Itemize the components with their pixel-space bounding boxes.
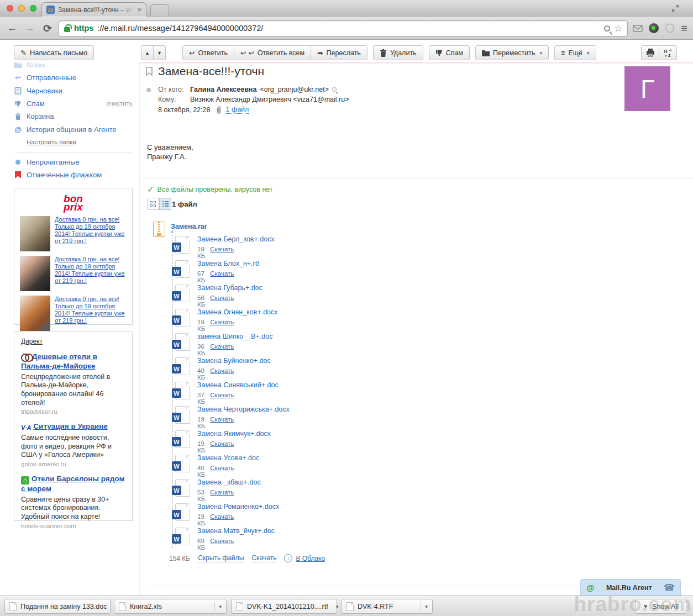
file-name-link[interactable]: Замена Губарь+.doc (197, 284, 262, 292)
download-link[interactable]: Скачать (210, 270, 234, 283)
bookmark-star-icon[interactable]: ☆ (614, 24, 622, 33)
hide-files-link[interactable]: Скрыть файлы (198, 554, 244, 562)
direct-ad-item[interactable]: Дешевые отели в Пальма-де-Майорке Спецпр… (21, 352, 125, 415)
ad-photo[interactable] (20, 216, 50, 251)
bonprix-ad-item[interactable]: Доставка 0 грн. на все! Только до 19 окт… (20, 296, 127, 331)
grid-view-button[interactable] (147, 198, 159, 210)
ad-photo[interactable] (20, 256, 50, 291)
close-tab-icon[interactable]: × (137, 6, 141, 14)
file-name-link[interactable]: Замена Берл_зов+.docx (197, 235, 275, 243)
phone-icon[interactable]: ☎ (664, 582, 675, 593)
compose-button[interactable]: ✎ Написать письмо (14, 45, 94, 60)
move-button[interactable]: Переместить ▾ (475, 45, 549, 60)
file-name-link[interactable]: Замена Блох_н+.rtf (197, 260, 259, 267)
sidebar-item-agent-history[interactable]: @ История общения в Агенте (14, 123, 133, 135)
sidebar-item-unread[interactable]: Непрочитанные (14, 156, 133, 169)
next-message-button[interactable]: ▼ (153, 45, 166, 60)
download-link[interactable]: Скачать (210, 440, 234, 454)
download-link[interactable]: Скачать (210, 343, 234, 356)
forward-button[interactable]: ➡ Переслать (311, 45, 368, 60)
spam-button[interactable]: Спам (429, 45, 470, 60)
file-name-link[interactable]: Замена Усова+.doc (197, 454, 259, 462)
mailru-agent-widget[interactable]: @ Mail.Ru Агент ☎ (580, 579, 681, 596)
more-button[interactable]: ≡ Ещё ▾ (554, 45, 596, 60)
download-link[interactable]: Скачать (210, 367, 234, 381)
read-status-icon[interactable] (146, 88, 151, 92)
file-name-link[interactable]: замена Шипко _.В+.doc (197, 333, 273, 340)
sidebar-item-drafts[interactable]: Черновики (14, 85, 133, 97)
cloud-download-icon[interactable]: ↓ (284, 554, 292, 562)
direct-ad-item[interactable]: V∙AСитуация в Украине Самые последние но… (21, 422, 125, 467)
sender-avatar[interactable]: Г (624, 66, 670, 111)
print-button[interactable] (641, 45, 659, 60)
configure-folders-link[interactable]: Настроить папки (27, 136, 76, 150)
close-window-button[interactable] (7, 5, 13, 12)
ssl-padlock-icon[interactable] (64, 27, 70, 32)
bonprix-ad-item[interactable]: Доставка 0 грн. на все! Только до 19 окт… (20, 256, 127, 291)
archive-row[interactable]: Замена.rar (153, 222, 207, 237)
zoom-page-icon[interactable] (604, 25, 610, 31)
sidebar-item-spam[interactable]: Спам очистить (14, 97, 133, 110)
download-link[interactable]: Скачать (210, 392, 234, 405)
download-item[interactable]: Подання на заміну 133.doc ▾ (4, 599, 111, 614)
sidebar-item-trash[interactable]: Корзина (14, 110, 133, 123)
sidebar-item-flagged[interactable]: Отмеченные флажком (14, 169, 133, 181)
sidebar-item-sent[interactable]: ↩ Отправленные (14, 71, 133, 84)
file-name-link[interactable]: Замена _збаш+.doc (197, 478, 261, 486)
file-name-link[interactable]: Замена Матв_йчук+.doc (197, 527, 275, 535)
download-link[interactable]: Скачать (210, 416, 234, 429)
download-link[interactable]: Скачать (210, 513, 234, 527)
sender-name[interactable]: Галина Алексеевна (190, 86, 256, 93)
download-link[interactable]: Скачать (210, 538, 234, 551)
sidebar-item-notes[interactable]: Notes (14, 59, 133, 71)
recipient[interactable]: Визнюк Александр Дмитриевич <viza71@mail… (190, 96, 349, 103)
download-item[interactable]: DVK-K1_2014101210....rtf ▾ (231, 599, 337, 614)
direct-ad-item[interactable]: ⌂Отели Барселоны рядом с морем Сравните … (21, 475, 125, 529)
new-tab-button[interactable] (150, 4, 169, 16)
download-link[interactable]: Скачать (210, 319, 234, 332)
agent-extension-icon[interactable] (649, 23, 659, 33)
chevron-down-icon[interactable]: ▾ (425, 604, 428, 609)
direct-title-link[interactable]: Директ (21, 338, 43, 345)
file-name-link[interactable]: Замена Буйненко+.doc (197, 357, 271, 365)
translate-button[interactable]: Я z (659, 45, 677, 60)
file-name-link[interactable]: Замена Огнян_ков+.docx (197, 308, 278, 316)
delete-button[interactable]: Удалить (373, 45, 423, 60)
fullscreen-icon[interactable] (671, 4, 680, 13)
show-all-downloads-button[interactable]: ▼ Show All (635, 599, 686, 614)
browser-tab[interactable]: @ Замена-все!!!-уточн – viza × (41, 2, 146, 17)
list-view-button[interactable] (159, 198, 171, 210)
sender-email[interactable]: <org_pranju@ukr.net> (260, 86, 329, 93)
chevron-down-icon[interactable]: ▾ (336, 604, 339, 609)
file-name-link[interactable]: Замена Синявський+.doc (197, 381, 279, 389)
reply-button[interactable]: ↩ Ответить (182, 45, 234, 60)
download-all-link[interactable]: Скачать (251, 554, 276, 562)
download-item[interactable]: DVK-4.RTF ▾ (342, 599, 433, 614)
download-item[interactable]: Книга2.xls ▾ (114, 599, 227, 614)
search-sender-icon[interactable] (332, 87, 337, 92)
bonprix-ad-item[interactable]: Доставка 0 грн. на все! Только до 19 окт… (20, 216, 127, 251)
minimize-window-button[interactable] (18, 5, 25, 12)
chrome-menu-icon[interactable]: ≡ (681, 22, 687, 35)
shield-extension-icon[interactable] (664, 23, 675, 34)
save-to-cloud-link[interactable]: В Облако (296, 555, 325, 562)
reload-button[interactable]: ⟳ (41, 22, 54, 35)
back-button[interactable]: ← (6, 22, 19, 34)
bonprix-logo[interactable]: bonprix (20, 195, 127, 212)
download-link[interactable]: Скачать (210, 294, 234, 308)
attachments-count-link[interactable]: 1 файл (225, 106, 249, 114)
chevron-down-icon[interactable]: ▾ (219, 604, 222, 609)
collapse-tree-icon[interactable]: ▲ (170, 229, 174, 233)
bookmark-flag-icon[interactable] (146, 67, 153, 76)
mail-checker-extension-icon[interactable] (632, 23, 643, 34)
zoom-window-button[interactable] (30, 5, 36, 12)
file-name-link[interactable]: Замена Романенко+.docx (197, 503, 279, 510)
url-field[interactable]: https ://e.mail.ru/message/1412796494000… (59, 20, 628, 36)
reply-all-button[interactable]: ↩ ↩ Ответить всем (234, 45, 311, 60)
download-link[interactable]: Скачать (210, 489, 234, 502)
file-name-link[interactable]: Замена Якимчук+.docx (197, 430, 271, 438)
download-link[interactable]: Скачать (210, 246, 234, 259)
clear-spam-link[interactable]: очистить (107, 100, 133, 107)
file-name-link[interactable]: Замена Черторижська+.docx (197, 406, 290, 413)
forward-button[interactable]: → (23, 22, 36, 34)
